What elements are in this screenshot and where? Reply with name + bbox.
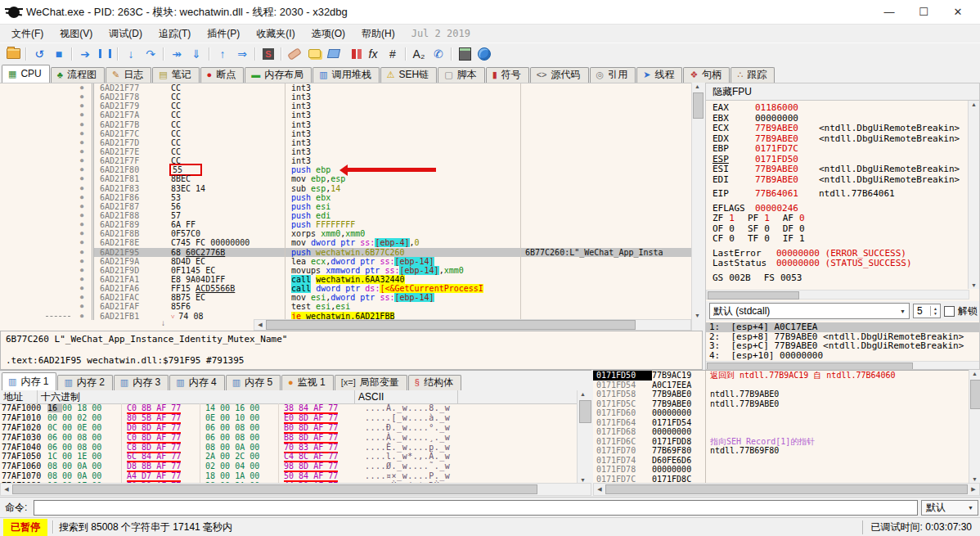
dump-vertical-scrollbar[interactable]: ▲ ▼ bbox=[577, 390, 591, 484]
stack-row[interactable]: 0171FD5877B9ABE0ntdll.77B9ABE0 bbox=[593, 390, 969, 399]
disasm-row[interactable]: ●6AD21F8EC745 FC 00000000mov dword ptr s… bbox=[0, 238, 691, 247]
tab-call-stack[interactable]: ▥调用堆栈 bbox=[312, 67, 379, 83]
disasm-row[interactable]: ●6AD21FA6FF15 ACD5566Bcall dword ptr ds:… bbox=[0, 284, 691, 293]
register-row[interactable]: CF0TF0IF1 bbox=[713, 234, 968, 245]
disasm-row[interactable]: ●6AD21F8383EC 14sub esp,14 bbox=[0, 184, 691, 193]
scrollbar-thumb[interactable] bbox=[970, 380, 980, 409]
bookmark-button[interactable] bbox=[344, 45, 363, 63]
dump-row[interactable]: 77AF100016 00 18 00C0 8B AF 7714 00 16 0… bbox=[0, 403, 577, 413]
disasm-row[interactable]: ●6AD21F9568 60C2776Bpush wechatwin.6B77C… bbox=[0, 248, 691, 257]
step-over-button[interactable]: ↷ bbox=[141, 45, 160, 63]
menu-item-4[interactable]: 插件(P) bbox=[199, 25, 248, 43]
disasm-row[interactable]: ●6AD21F8055push ebp bbox=[0, 165, 691, 174]
hide-fpu-button[interactable]: 隐藏FPU bbox=[713, 85, 752, 99]
stack-row[interactable]: 0171FD7C0171FD8C bbox=[593, 475, 969, 483]
register-row[interactable]: EDX77B9ABE0<ntdll.DbgUiRemoteBreakin> bbox=[713, 134, 968, 145]
pause-button[interactable] bbox=[95, 45, 115, 63]
calling-convention-select[interactable]: 默认 (stdcall) ▼ bbox=[709, 303, 910, 319]
dump-row[interactable]: 77AF104006 00 08 00C8 8D AF 7708 00 0A 0… bbox=[0, 443, 577, 453]
disasm-row[interactable]: ●6AD21F896A FFpush FFFFFFFF bbox=[0, 220, 691, 229]
dump-row[interactable]: 77AF10501C 00 1E 006C 84 AF 772A 00 2C 0… bbox=[0, 452, 577, 462]
disasm-row[interactable]: ●6AD21FAC8B75 ECmov esi,dword ptr ss:[eb… bbox=[0, 293, 691, 302]
scrollbar-thumb[interactable] bbox=[707, 363, 913, 370]
disasm-horizontal-scrollbar[interactable]: ◀ bbox=[254, 319, 691, 331]
menu-item-7[interactable]: 帮助(H) bbox=[353, 25, 403, 43]
disasm-row[interactable]: ●6AD21F7ACCint3 bbox=[0, 110, 691, 119]
stack-row[interactable]: 0171FD6800000000 bbox=[593, 427, 969, 437]
disasm-row[interactable]: ●6AD21FAF85F6test esi,esi bbox=[0, 302, 691, 311]
tab-graph[interactable]: ♣流程图 bbox=[51, 67, 105, 83]
phone-button[interactable]: ✆ bbox=[429, 45, 448, 63]
tab-memory-2[interactable]: ▥内存 2 bbox=[57, 375, 112, 390]
disasm-row[interactable]: ●6AD21F818BECmov ebp,esp bbox=[0, 174, 691, 183]
open-file-button[interactable] bbox=[3, 45, 23, 63]
register-row[interactable]: EAX01186000 bbox=[713, 103, 968, 114]
tab-log[interactable]: ✎日志 bbox=[106, 67, 151, 83]
restart-button[interactable]: ↺ bbox=[29, 45, 49, 63]
dump-row[interactable]: 77AF10200C 00 0E 00D0 8D AF 7706 00 08 0… bbox=[0, 423, 577, 433]
tab-notes[interactable]: ▤笔记 bbox=[152, 67, 199, 83]
stack-row[interactable]: 0171FD6C0171FDD8指向SEH_Record[1]的指针 bbox=[593, 437, 969, 447]
tab-memory-3[interactable]: ▥内存 3 bbox=[114, 375, 169, 390]
dump-row[interactable]: 77AF103006 00 08 00C0 8D AF 7706 00 08 0… bbox=[0, 433, 577, 443]
stop-button[interactable]: ■ bbox=[49, 45, 69, 63]
register-row[interactable]: EBP0171FD7C bbox=[713, 144, 968, 155]
disasm-row[interactable]: ●6AD21F8B0F57C0xorps xmm0,xmm0 bbox=[0, 229, 691, 238]
tab-watch-1[interactable]: ●监视 1 bbox=[281, 375, 334, 390]
menu-item-5[interactable]: 收藏夹(I) bbox=[248, 25, 303, 43]
function-button[interactable]: fx bbox=[363, 45, 383, 63]
register-row[interactable]: ZF1PF1AF0 bbox=[713, 214, 968, 224]
stack-row[interactable]: 0171FD5C77B9ABE0ntdll.77B9ABE0 bbox=[593, 399, 969, 409]
disasm-row[interactable]: ●6AD21F77CCint3 bbox=[0, 83, 691, 92]
tab-source[interactable]: <>源代码 bbox=[530, 67, 589, 83]
hash-button[interactable]: # bbox=[383, 45, 402, 63]
scrollbar-thumb[interactable] bbox=[266, 320, 636, 330]
tab-script[interactable]: ▢脚本 bbox=[438, 67, 484, 83]
scroll-down-icon[interactable]: ▼ bbox=[578, 477, 588, 483]
text-encoding-button[interactable]: A₂ bbox=[409, 45, 429, 63]
scrollbar-thumb[interactable] bbox=[605, 484, 968, 494]
run-to-user-code-button[interactable]: ⇒ bbox=[232, 45, 252, 63]
minimize-button[interactable]: — bbox=[872, 1, 906, 24]
registers-vertical-scrollbar[interactable]: ▲ ▼ bbox=[968, 101, 979, 289]
menu-item-1[interactable]: 视图(V) bbox=[52, 25, 101, 43]
menu-item-0[interactable]: 文件(F) bbox=[3, 25, 52, 43]
unlock-checkbox[interactable] bbox=[944, 306, 955, 317]
register-row[interactable]: GS002BFS0053 bbox=[713, 273, 968, 284]
tab-references[interactable]: ◎引用 bbox=[590, 67, 636, 83]
disasm-vertical-scrollbar[interactable]: ▲ ▼ bbox=[691, 83, 703, 331]
menu-item-6[interactable]: 选项(O) bbox=[303, 25, 353, 43]
disasm-row[interactable]: ●6AD21F7ECCint3 bbox=[0, 147, 691, 156]
disasm-row[interactable]: ●6AD21F8857push edi bbox=[0, 211, 691, 220]
argument-row[interactable]: 1: [esp+4] A0C17EEA bbox=[706, 322, 980, 332]
scrollbar-thumb[interactable] bbox=[12, 484, 537, 494]
tab-cpu[interactable]: ▦CPU bbox=[2, 65, 50, 83]
tab-memory-map[interactable]: ▬内存布局 bbox=[245, 67, 312, 83]
stack-row[interactable]: 0171FD5077B9AC19返回到 ntdll.77B9AC19 自 ntd… bbox=[593, 371, 969, 381]
dump-row[interactable]: 77AF101000 00 02 0080 5B AF 770E 00 10 0… bbox=[0, 413, 577, 423]
dump-horizontal-scrollbar[interactable]: ◀ bbox=[0, 483, 591, 496]
tab-locals[interactable]: [x=]局部变量 bbox=[335, 375, 407, 390]
tab-handles[interactable]: ❖句柄 bbox=[683, 67, 730, 83]
argument-count-stepper[interactable]: 5 ▲▼ bbox=[913, 304, 941, 318]
menu-item-2[interactable]: 调试(D) bbox=[101, 25, 151, 43]
step-out-button[interactable]: ↑ bbox=[213, 45, 232, 63]
label-button[interactable] bbox=[324, 45, 344, 63]
stack-vertical-scrollbar[interactable]: ▲ ▼ bbox=[969, 370, 980, 483]
tab-seh[interactable]: ⚠SEH链 bbox=[380, 67, 438, 83]
tab-struct[interactable]: §结构体 bbox=[408, 375, 461, 390]
dump-row[interactable]: 77AF107008 00 0A 00A4 D7 AF 7718 00 1A 0… bbox=[0, 471, 577, 481]
execute-till-return-button[interactable]: ↠ bbox=[167, 45, 187, 63]
run-button[interactable]: ➔ bbox=[75, 45, 95, 63]
disasm-row[interactable]: ●6AD21F79CCint3 bbox=[0, 101, 691, 110]
scroll-left-icon[interactable]: ◀ bbox=[1, 486, 12, 493]
argument-row[interactable]: 4: [esp+10] 00000000 bbox=[706, 351, 980, 361]
step-into-button[interactable]: ↓ bbox=[121, 45, 141, 63]
script-s-button[interactable]: S bbox=[258, 45, 278, 63]
scroll-down-icon[interactable]: ▼ bbox=[692, 313, 703, 318]
tab-memory-1[interactable]: ▥内存 1 bbox=[2, 372, 56, 390]
scroll-up-icon[interactable]: ▲ bbox=[692, 83, 703, 89]
scroll-right-icon[interactable]: ▶ bbox=[968, 486, 979, 493]
scroll-up-icon[interactable]: ▲ bbox=[969, 101, 979, 107]
dump-row[interactable]: 77AF106008 00 0A 00D8 8B AF 7702 00 04 0… bbox=[0, 462, 577, 471]
